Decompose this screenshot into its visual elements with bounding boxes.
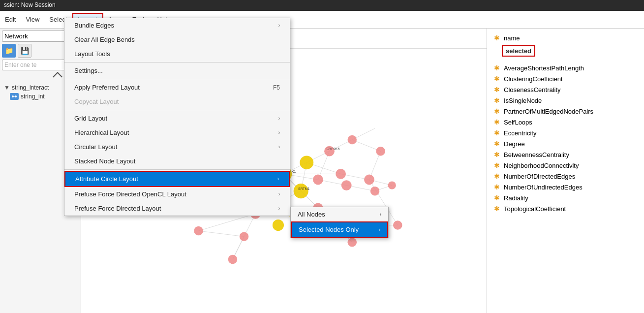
folder-icon[interactable]: 📁 (2, 44, 16, 58)
attr-eccentricity-label: Eccentricity (504, 129, 536, 137)
svg-point-61 (336, 169, 346, 179)
menu-prefuse-force[interactable]: Prefuse Force Directed Layout › (64, 201, 290, 216)
submenu-all-nodes[interactable]: All Nodes › (291, 207, 388, 221)
attr-icon-neighborhood: ✱ (493, 161, 501, 169)
title-text: ssion: New Session (4, 1, 56, 8)
bundle-edges-arrow: › (278, 23, 280, 28)
menu-circular-layout[interactable]: Circular Layout › (64, 140, 290, 154)
attr-name-label: name (504, 34, 520, 42)
attr-clustering-label: ClusteringCoefficient (504, 75, 563, 83)
svg-point-0 (12, 95, 14, 97)
attr-icon-selfloops: ✱ (493, 118, 501, 126)
prefuse-opencl-label: Prefuse Force Directed OpenCL Layout (74, 190, 186, 198)
chevron-up-icon[interactable] (53, 72, 62, 82)
svg-point-79 (294, 184, 308, 198)
grid-layout-arrow: › (278, 116, 280, 121)
menu-layout-tools[interactable]: Layout Tools (64, 47, 290, 61)
selected-box: selected (502, 45, 535, 57)
clear-edge-bends-label: Clear All Edge Bends (74, 36, 135, 43)
menu-clear-edge-bends[interactable]: Clear All Edge Bends (64, 32, 290, 47)
menu-view[interactable]: View (21, 14, 44, 25)
attr-icon-name: ✱ (493, 34, 501, 42)
attr-row-partner[interactable]: ✱ PartnerOfMultiEdgedNodePairs (491, 106, 640, 117)
attr-row-radiality[interactable]: ✱ Radiality (491, 192, 640, 203)
selected-label: selected (506, 47, 531, 55)
svg-point-81 (300, 156, 313, 169)
selected-nodes-only-arrow: › (379, 227, 380, 232)
attr-partner-label: PartnerOfMultiEdgedNodePairs (504, 108, 593, 115)
svg-point-70 (228, 255, 238, 264)
attr-undirected-label: NumberOfUndirectedEdges (504, 184, 583, 191)
menu-prefuse-opencl[interactable]: Prefuse Force Directed OpenCL Layout › (64, 187, 290, 201)
svg-point-73 (376, 147, 385, 156)
svg-point-68 (240, 232, 249, 241)
menu-grid-layout[interactable]: Grid Layout › (64, 111, 290, 125)
attr-selfloops-label: SelfLoops (504, 119, 532, 126)
attr-icon-clustering: ✱ (493, 75, 501, 83)
svg-point-63 (364, 175, 374, 185)
attr-row-betweenness[interactable]: ✱ BetweennessCentrality (491, 149, 640, 160)
copycat-label: Copycat Layout (74, 98, 119, 105)
svg-line-48 (352, 140, 381, 151)
separator-3 (64, 110, 290, 110)
layout-tools-label: Layout Tools (74, 50, 110, 58)
attr-row-selfloops[interactable]: ✱ SelfLoops (491, 117, 640, 127)
menu-stacked-layout[interactable]: Stacked Node Layout (64, 154, 290, 168)
attr-row-degree[interactable]: ✱ Degree (491, 138, 640, 149)
save-icon[interactable]: 💾 (18, 44, 31, 58)
attr-icon-undirected: ✱ (493, 183, 501, 191)
svg-point-76 (341, 180, 352, 190)
attr-row-undirected[interactable]: ✱ NumberOfUndirectedEdges (491, 182, 640, 192)
svg-point-74 (194, 226, 203, 236)
attr-radiality-label: Radiality (504, 194, 528, 202)
menu-settings[interactable]: Settings... (64, 63, 290, 78)
all-nodes-arrow: › (380, 212, 381, 217)
separator-2 (64, 79, 290, 79)
menu-edit[interactable]: Edit (0, 14, 21, 25)
network-parent-label: string_interact (12, 84, 49, 91)
layout-dropdown-menu: Bundle Edges › Clear All Edge Bends Layo… (64, 18, 290, 216)
attr-row-closeness[interactable]: ✱ ClosenessCentrality (491, 84, 640, 95)
attr-row-eccentricity[interactable]: ✱ Eccentricity (491, 127, 640, 138)
attribute-circle-submenu: All Nodes › Selected Nodes Only › (290, 207, 389, 238)
svg-point-75 (393, 220, 402, 230)
attr-closeness-label: ClosenessCentrality (504, 86, 561, 94)
menu-copycat[interactable]: Copycat Layout (64, 94, 290, 109)
menu-apply-preferred[interactable]: Apply Preferred Layout F5 (64, 80, 290, 94)
prefuse-force-label: Prefuse Force Directed Layout (74, 205, 161, 212)
attr-icon-betweenness: ✱ (493, 151, 501, 158)
title-bar: ssion: New Session (0, 0, 644, 11)
prefuse-opencl-arrow: › (278, 191, 280, 197)
attr-row-topological[interactable]: ✱ TopologicalCoefficient (491, 203, 640, 214)
apply-preferred-label: Apply Preferred Layout (74, 84, 140, 91)
network-child-label: string_int (21, 93, 45, 100)
attr-avg-label: AverageShortestPathLength (504, 64, 584, 72)
svg-line-50 (199, 231, 245, 237)
attr-topological-label: TopologicalCoefficient (504, 205, 566, 213)
svg-point-62 (348, 135, 357, 145)
submenu-selected-nodes-only[interactable]: Selected Nodes Only › (291, 221, 388, 238)
attr-betweenness-label: BetweennessCentrality (504, 151, 569, 158)
search-placeholder: Enter one te (4, 62, 36, 68)
svg-point-1 (15, 95, 17, 97)
svg-point-71 (348, 238, 357, 247)
right-panel: ✱ name selected ✱ AverageShortestPathLen… (487, 29, 644, 313)
attr-icon-closeness: ✱ (493, 86, 501, 94)
hierarchical-layout-arrow: › (278, 130, 280, 135)
prefuse-force-arrow: › (278, 206, 280, 211)
attr-row-clustering[interactable]: ✱ ClusteringCoefficient (491, 73, 640, 84)
attr-row-issinglenode[interactable]: ✱ IsSingleNode (491, 95, 640, 106)
svg-text:CYP2K5: CYP2K5 (327, 147, 340, 151)
attr-icon-issinglenode: ✱ (493, 96, 501, 104)
attr-row-avgshortestpath[interactable]: ✱ AverageShortestPathLength (491, 63, 640, 73)
attr-icon-radiality: ✱ (493, 194, 501, 202)
attr-row-directed[interactable]: ✱ NumberOfDirectedEdges (491, 171, 640, 182)
settings-label: Settings... (74, 67, 103, 74)
attribute-circle-layout-label: Attribute Circle Layout (75, 175, 138, 183)
menu-hierarchical-layout[interactable]: Hierarchical Layout › (64, 125, 290, 140)
menu-attribute-circle-layout[interactable]: Attribute Circle Layout › (64, 171, 290, 187)
attr-row-neighborhood[interactable]: ✱ NeighborhoodConnectivity (491, 160, 640, 171)
attr-row-name[interactable]: ✱ name (491, 32, 640, 43)
app-window: Edit View Select Layout Apps Tools Help … (0, 11, 644, 313)
menu-bundle-edges[interactable]: Bundle Edges › (64, 18, 290, 32)
